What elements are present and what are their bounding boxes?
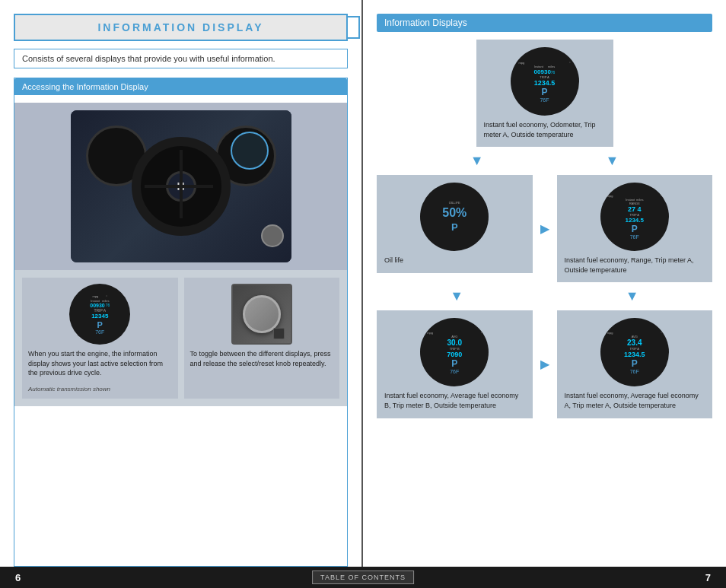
top-display-row: mpg ° Instant miles 00930 76 TR [377, 40, 712, 147]
right-page: Information Displays mpg ° Instant [363, 0, 726, 567]
subtitle-text: Consists of several displays that provid… [22, 54, 275, 63]
display-box-3: mpg ° Instant miles RANGE 27 4 TRIP A 12… [557, 175, 713, 282]
display-box-4: mpg ° AVG 30.0 TRIP B 7090 P 76F Instant… [377, 310, 533, 418]
subtitle-box: Consists of several displays that provid… [14, 49, 348, 68]
italic-note: Automatic transmission shown [28, 386, 172, 393]
gauge-3: mpg ° Instant miles RANGE 27 4 TRIP A 12… [600, 183, 669, 251]
gauge-display-small: mpg ° Instant miles 00930 76 TR [69, 284, 130, 345]
accessing-section: Accessing the Information Display H [14, 78, 348, 567]
toc-button[interactable]: TABLE OF CONTENTS [312, 571, 414, 584]
display-1-caption: Instant fuel economy, Odometer, Trip met… [484, 120, 606, 139]
display-box-2: OILLIFE 50% P Oil life [377, 175, 533, 273]
main-title: INFORMATION DISPLAY [24, 21, 337, 33]
display-box-5: mpg ° AVG 23.4 TRIP A 1234.5 P 76F Insta… [557, 310, 713, 418]
bottom-row: mpg ° AVG 30.0 TRIP B 7090 P 76F Instant… [377, 310, 712, 418]
page-number-left: 6 [15, 572, 21, 583]
footer: 6 TABLE OF CONTENTS 7 [0, 567, 726, 588]
title-section: INFORMATION DISPLAY [14, 14, 348, 41]
display-3-caption: Instant fuel economy, Range, Trip meter … [565, 256, 705, 275]
middle-row: OILLIFE 50% P Oil life ▶ [377, 175, 712, 282]
display-5-caption: Instant fuel economy, Average fuel econo… [565, 391, 705, 410]
gauge-description: When you start the engine, the informati… [28, 349, 172, 378]
bracket-right [348, 16, 360, 39]
info-boxes-row: mpg ° Instant miles 00930 76 TR [14, 270, 347, 406]
display-4-caption: Instant fuel economy, Average fuel econo… [384, 391, 525, 410]
section-header-left: Accessing the Information Display [14, 78, 347, 95]
car-dashboard-image: H [14, 103, 347, 270]
info-box-gauge: mpg ° Instant miles 00930 76 TR [22, 278, 178, 399]
display-box-1: mpg ° Instant miles 00930 76 TR [476, 40, 613, 147]
displays-grid: mpg ° Instant miles 00930 76 TR [377, 40, 712, 567]
info-box-knob: To toggle between the different displays… [184, 278, 340, 399]
gauge-2: OILLIFE 50% P [420, 183, 489, 251]
page-number-right: 7 [705, 572, 711, 583]
gauge-4: mpg ° AVG 30.0 TRIP B 7090 P 76F [420, 318, 489, 386]
arrow-right-bottom: ▶ [540, 357, 549, 371]
section-header-right: Information Displays [377, 14, 712, 32]
arrows-after-1: ▼ ▼ [377, 153, 712, 169]
knob-description: To toggle between the different displays… [190, 349, 334, 368]
gauge-1: mpg ° Instant miles 00930 76 TR [511, 47, 579, 116]
arrows-before-bottom: ▼ ▼ [377, 288, 712, 304]
arrow-right-middle: ▶ [540, 221, 549, 236]
display-2-caption: Oil life [384, 256, 525, 265]
gauge-5: mpg ° AVG 23.4 TRIP A 1234.5 P 76F [600, 318, 669, 386]
knob-image [231, 284, 292, 345]
left-page: INFORMATION DISPLAY Consists of several … [0, 0, 363, 567]
